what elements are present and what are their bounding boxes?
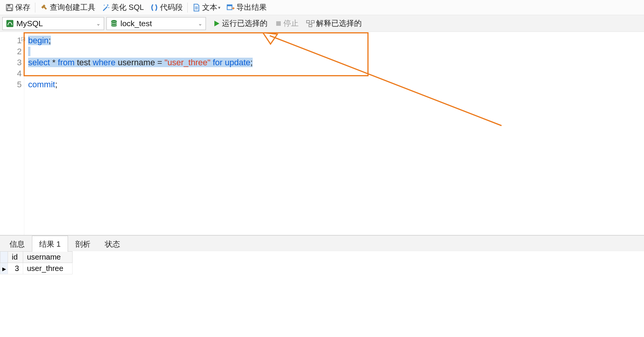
col-id[interactable]: id: [8, 252, 23, 263]
kw-commit: commit: [28, 80, 55, 89]
svg-point-3: [107, 4, 109, 6]
tab-info[interactable]: 信息: [2, 236, 32, 252]
beautify-sql-label: 美化 SQL: [111, 2, 144, 13]
svg-rect-2: [8, 8, 12, 10]
svg-rect-1: [8, 4, 10, 6]
stop-label: 停止: [283, 18, 299, 28]
kw-where: where: [93, 58, 116, 67]
code-line: [24, 46, 644, 57]
caret-down-icon: ▾: [218, 5, 220, 10]
ident-username: username: [118, 58, 155, 67]
database-select[interactable]: lock_test ⌄: [106, 17, 206, 30]
save-label: 保存: [15, 2, 30, 13]
kw-for: for: [213, 58, 223, 67]
explain-selected-button[interactable]: 解释已选择的: [302, 17, 366, 30]
code-line: commit;: [24, 79, 644, 90]
row-header-corner: [0, 252, 8, 263]
run-selected-label: 运行已选择的: [222, 18, 267, 28]
chevron-down-icon: ⌄: [198, 20, 203, 27]
query-builder-label: 查询创建工具: [50, 2, 95, 13]
wand-icon: [101, 3, 110, 12]
result-panel: 信息 结果 1 剖析 状态 id username ▸ 3 user_three: [0, 235, 644, 337]
code-snippet-label: 代码段: [160, 2, 183, 13]
separator: [35, 3, 35, 13]
grid-header-row: id username: [0, 252, 73, 263]
token-semi: ;: [49, 36, 51, 45]
code-snippet-button[interactable]: 代码段: [147, 2, 186, 13]
cell-id[interactable]: 3: [8, 263, 23, 274]
result-grid-container: id username ▸ 3 user_three: [0, 251, 644, 337]
kw-from: from: [58, 58, 74, 67]
save-button[interactable]: 保存: [2, 2, 33, 13]
save-icon: [5, 3, 14, 12]
kw-select: select: [28, 58, 50, 67]
token-semi: ;: [250, 58, 253, 67]
code-line: begin;: [24, 35, 644, 46]
string-literal: "user_three": [165, 58, 210, 67]
export-result-label: 导出结果: [236, 2, 267, 13]
chevron-down-icon: ⌄: [96, 20, 101, 27]
play-icon: [213, 20, 220, 27]
svg-rect-11: [6, 20, 13, 27]
export-result-button[interactable]: 导出结果: [223, 2, 270, 13]
export-table-icon: [226, 3, 235, 12]
line-number: 4: [17, 69, 22, 78]
svg-rect-17: [311, 20, 314, 23]
kw-update: update: [225, 58, 250, 67]
text-label: 文本: [202, 2, 217, 13]
token-semi: ;: [55, 80, 57, 89]
mysql-icon: [6, 19, 14, 28]
svg-rect-18: [309, 24, 312, 27]
toolbar-secondary: MySQL ⌄ lock_test ⌄ 运行已选择的 停止 解释已选择的: [0, 15, 644, 32]
separator: [187, 3, 188, 13]
svg-point-4: [104, 5, 104, 5]
line-number: 2: [17, 47, 22, 56]
kw-begin: begin: [28, 36, 49, 45]
svg-rect-15: [276, 21, 281, 26]
explain-icon: [306, 20, 315, 27]
code-area[interactable]: begin; select * from test where username…: [24, 32, 644, 235]
svg-rect-16: [307, 20, 310, 23]
beautify-sql-button[interactable]: 美化 SQL: [98, 2, 147, 13]
svg-line-20: [310, 23, 313, 24]
connection-value: MySQL: [16, 19, 43, 28]
text-button[interactable]: 文本 ▾: [189, 2, 223, 13]
col-username[interactable]: username: [23, 252, 73, 263]
line-number: 5: [17, 80, 22, 89]
token-star: *: [50, 58, 58, 67]
svg-rect-10: [227, 5, 232, 6]
svg-point-5: [108, 7, 109, 8]
sql-editor[interactable]: 1 2 3 4 5 begin; select * from test wher…: [0, 32, 644, 235]
result-tabs: 信息 结果 1 剖析 状态: [0, 235, 644, 251]
database-icon: [110, 19, 118, 28]
stop-button: 停止: [271, 17, 302, 30]
document-icon: [192, 3, 201, 12]
line-gutter: 1 2 3 4 5: [0, 32, 24, 235]
query-builder-button[interactable]: 查询创建工具: [37, 2, 98, 13]
parentheses-icon: [150, 3, 158, 12]
tab-status[interactable]: 状态: [98, 236, 127, 252]
run-selected-button[interactable]: 运行已选择的: [209, 17, 271, 30]
hammer-icon: [40, 3, 48, 12]
tab-result-1[interactable]: 结果 1: [32, 236, 68, 252]
token-eq: =: [155, 58, 165, 67]
ident-test: test: [77, 58, 90, 67]
database-value: lock_test: [120, 19, 152, 28]
svg-line-19: [308, 23, 310, 24]
code-line: select * from test where username = "use…: [24, 57, 644, 68]
grid-row[interactable]: ▸ 3 user_three: [0, 263, 73, 274]
toolbar-primary: 保存 查询创建工具 美化 SQL 代码段 文本 ▾ 导出结果: [0, 0, 644, 15]
result-grid[interactable]: id username ▸ 3 user_three: [0, 251, 73, 274]
stop-icon: [275, 20, 282, 27]
row-marker: ▸: [0, 263, 8, 274]
tab-profile[interactable]: 剖析: [68, 236, 98, 252]
explain-selected-label: 解释已选择的: [316, 18, 362, 28]
line-number: 3: [17, 58, 22, 67]
connection-select[interactable]: MySQL ⌄: [2, 17, 104, 30]
code-line: [24, 68, 644, 79]
cell-username[interactable]: user_three: [23, 263, 73, 274]
